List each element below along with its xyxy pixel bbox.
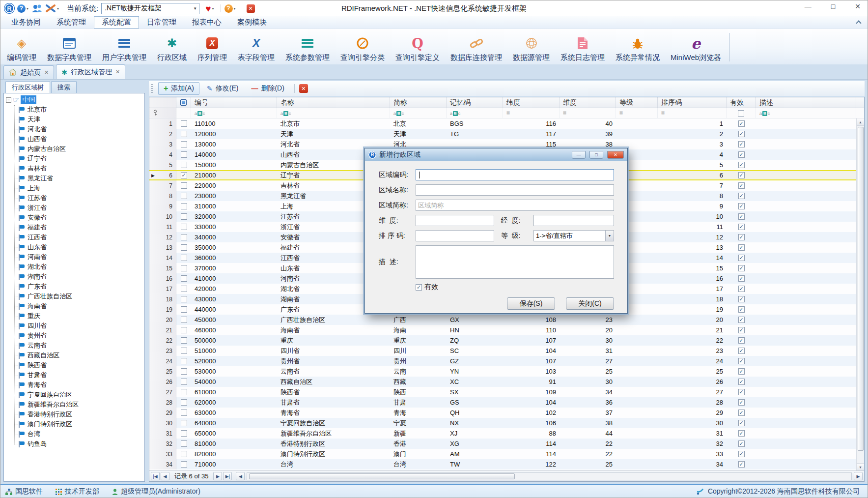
save-button[interactable]: 保存(S) [507, 297, 555, 310]
chevron-down-icon[interactable]: ▼ [191, 3, 199, 14]
region-short-input[interactable] [416, 200, 614, 211]
row-checkbox[interactable] [181, 296, 187, 302]
tree-node[interactable]: 重庆 [4, 311, 144, 321]
collapse-ribbon-icon[interactable] [856, 20, 861, 26]
table-row[interactable]: 28620000甘肃省甘肃GS1043628✓ [149, 397, 856, 408]
ribbon-button-11[interactable]: 数据源管理 [507, 31, 555, 63]
valid-checkbox[interactable]: ✓ [738, 327, 745, 333]
tree-node[interactable]: 江西省 [4, 233, 144, 242]
tab-search[interactable]: 搜索 [51, 81, 77, 93]
column-header-name[interactable]: 名称 [277, 97, 390, 108]
row-checkbox[interactable] [181, 275, 187, 282]
scroll-down-icon[interactable]: ▼ [857, 463, 864, 470]
tree-node[interactable]: 天津 [4, 115, 144, 124]
longitude-input[interactable] [533, 215, 614, 226]
filter-cell-desc[interactable]: aBc [756, 108, 856, 118]
ribbon-button-6[interactable]: X表字段管理 [232, 31, 280, 63]
region-code-input[interactable] [416, 169, 614, 180]
row-checkbox[interactable] [181, 368, 187, 375]
row-checkbox[interactable] [181, 440, 187, 447]
valid-checkbox[interactable]: ✓ [738, 337, 745, 344]
region-name-input[interactable] [416, 184, 614, 196]
tree-node[interactable]: 澳门特别行政区 [4, 419, 144, 429]
row-checkbox[interactable] [181, 193, 187, 199]
tree-node[interactable]: 甘肃省 [4, 370, 144, 380]
tree-root-node[interactable]: −☞中国 [4, 95, 144, 105]
filter-cell-sort[interactable]: = [658, 108, 727, 118]
sort-code-input[interactable] [416, 230, 494, 241]
table-row[interactable]: 32810000香港特别行政区香港XG1142232✓ [149, 439, 856, 449]
row-checkbox[interactable] [181, 203, 187, 209]
row-checkbox[interactable] [181, 120, 187, 127]
tree-node[interactable]: 安徽省 [4, 213, 144, 223]
document-tab-1[interactable]: 起始页✕ [3, 65, 54, 79]
close-tab-icon[interactable]: ✕ [44, 69, 49, 76]
column-header-level[interactable]: 等级 [616, 97, 658, 108]
tree-node[interactable]: 辽宁省 [4, 154, 144, 164]
tools-menu-button[interactable]: ▾ [45, 4, 59, 13]
row-checkbox[interactable] [181, 348, 187, 354]
valid-checkbox[interactable]: ✓ [738, 410, 745, 416]
scroll-up-icon[interactable]: ▲ [857, 118, 864, 126]
users-icon[interactable] [31, 4, 42, 13]
dialog-title-bar[interactable]: R 新增行政区域 — □ ✕ [365, 148, 627, 161]
row-checkbox[interactable] [181, 306, 187, 313]
prev-record-button[interactable]: ◀ [161, 472, 169, 480]
tree-node[interactable]: 台湾 [4, 429, 144, 439]
column-header-valid[interactable]: 有效 [727, 97, 756, 108]
table-row[interactable]: 33820000澳门特别行政区澳门AM1142233✓ [149, 449, 856, 459]
chevron-down-icon[interactable]: ▼ [605, 231, 614, 241]
table-row[interactable]: 29630000青海省青海QH1023729✓ [149, 408, 856, 418]
close-tab-icon[interactable]: ✕ [115, 69, 120, 75]
ribbon-button-10[interactable]: 数据库连接管理 [445, 31, 507, 63]
row-checkbox[interactable] [181, 265, 187, 271]
valid-checkbox[interactable]: ✓ [738, 162, 745, 168]
valid-checkbox[interactable]: ✓ [738, 193, 745, 199]
table-row[interactable]: 27610000陕西省陕西SX1093427✓ [149, 387, 856, 397]
table-row[interactable]: 23510000四川省四川SC1043123✓ [149, 346, 856, 356]
row-checkbox[interactable] [181, 358, 187, 364]
table-row[interactable]: 20450000广西壮族自治区广西GX1082320✓ [149, 315, 856, 325]
ribbon-button-12[interactable]: 系统日志管理 [555, 31, 610, 63]
menu-item-3[interactable]: 系统配置 [94, 16, 139, 29]
ribbon-button-3[interactable]: 用户字典管理 [97, 31, 152, 63]
valid-checkbox[interactable]: ✓ [738, 255, 745, 261]
filter-cell-name[interactable]: aBc [277, 108, 390, 118]
tree-node[interactable]: 福建省 [4, 223, 144, 233]
tree-node[interactable]: 云南省 [4, 341, 144, 351]
ribbon-button-1[interactable]: ◈编码管理 [1, 31, 42, 63]
row-checkbox[interactable] [181, 451, 187, 457]
tree-node[interactable]: 香港特别行政区 [4, 410, 144, 419]
row-checkbox[interactable] [181, 213, 187, 220]
row-checkbox[interactable] [181, 131, 187, 137]
tree-node[interactable]: 宁夏回族自治区 [4, 390, 144, 400]
tree-node[interactable]: 钓鱼岛 [4, 439, 144, 449]
valid-checkbox[interactable]: ✓ [738, 203, 745, 209]
valid-checkbox[interactable]: ✓ [738, 379, 745, 385]
table-row[interactable]: 24520000贵州省贵州GZ1072724✓ [149, 356, 856, 366]
tree-node[interactable]: 陕西省 [4, 360, 144, 370]
valid-checkbox[interactable]: ✓ [738, 265, 745, 271]
tree-node[interactable]: 河北省 [4, 124, 144, 134]
ribbon-button-5[interactable]: X序列管理 [192, 31, 232, 63]
tree-node[interactable]: 内蒙古自治区 [4, 144, 144, 154]
tree-node[interactable]: 海南省 [4, 301, 144, 311]
valid-checkbox[interactable]: ✓ [738, 348, 745, 354]
valid-checkbox[interactable]: ✓ [738, 234, 745, 240]
filter-checkbox[interactable] [738, 110, 744, 117]
tree-node[interactable]: 北京市 [4, 105, 144, 115]
valid-checkbox[interactable]: ✓ [738, 358, 745, 364]
menu-item-5[interactable]: 报表中心 [184, 16, 229, 29]
filter-cell-valid[interactable] [727, 108, 756, 118]
ribbon-button-9[interactable]: Q查询引擎定义 [390, 31, 445, 63]
valid-checkbox[interactable]: ✓ [738, 317, 745, 323]
filter-cell-level[interactable]: = [616, 108, 658, 118]
valid-checkbox[interactable]: ✓ [738, 213, 745, 220]
scrollbar-thumb[interactable] [858, 127, 864, 451]
table-row[interactable]: 25530000云南省云南YN1032525✓ [149, 366, 856, 377]
valid-checkbox[interactable]: ✓ [738, 286, 745, 292]
add-button[interactable]: +添加(A) [158, 82, 199, 95]
row-checkbox[interactable] [181, 379, 187, 385]
table-row[interactable]: 21460000海南省海南HN1102021✓ [149, 325, 856, 335]
tree-node[interactable]: 黑龙江省 [4, 174, 144, 183]
